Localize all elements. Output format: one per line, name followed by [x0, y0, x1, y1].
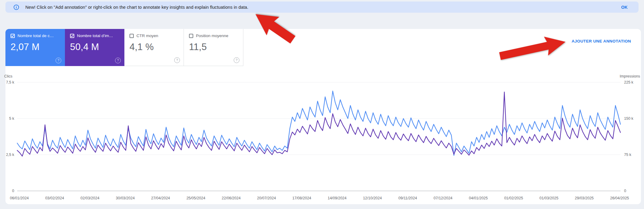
position-checkbox-unchecked[interactable]: [189, 34, 193, 38]
card-label: Nombre total de c…: [18, 33, 54, 38]
help-icon[interactable]: ?: [56, 58, 61, 63]
card-label: CTR moyen: [136, 33, 158, 38]
banner-message: New! Click on "Add annotation" or right-…: [25, 5, 248, 10]
add-annotation-link[interactable]: AJOUTER UNE ANNOTATION: [570, 39, 633, 44]
annotation-promo-banner: New! Click on "Add annotation" or right-…: [5, 2, 639, 13]
info-icon: [13, 4, 19, 10]
performance-panel: Nombre total de c… 2,07 M ? Nombre total…: [5, 29, 641, 204]
card-total-impressions[interactable]: Nombre total d’im… 50,4 M ?: [65, 29, 124, 66]
ctr-checkbox-unchecked[interactable]: [130, 34, 134, 38]
metric-cards-row: Nombre total de c… 2,07 M ? Nombre total…: [5, 29, 243, 66]
help-icon[interactable]: ?: [115, 58, 121, 63]
card-label: Position moyenne: [196, 33, 228, 38]
card-value: 2,07 M: [11, 42, 61, 52]
card-label: Nombre total d’im…: [77, 33, 113, 38]
help-icon[interactable]: ?: [174, 57, 180, 63]
help-icon[interactable]: ?: [234, 57, 239, 63]
performance-chart[interactable]: [5, 73, 641, 204]
card-value: 50,4 M: [70, 42, 120, 52]
check-icon: [11, 34, 14, 37]
card-value: 11,5: [189, 42, 239, 52]
banner-ok-button[interactable]: OK: [618, 3, 631, 11]
impressions-checkbox-checked[interactable]: [70, 34, 74, 38]
card-value: 4,1 %: [130, 42, 179, 52]
card-average-ctr[interactable]: CTR moyen 4,1 % ?: [124, 29, 184, 66]
check-icon: [71, 34, 74, 37]
card-average-position[interactable]: Position moyenne 11,5 ?: [184, 29, 243, 66]
card-total-clicks[interactable]: Nombre total de c… 2,07 M ?: [5, 29, 65, 66]
clicks-checkbox-checked[interactable]: [11, 34, 15, 38]
